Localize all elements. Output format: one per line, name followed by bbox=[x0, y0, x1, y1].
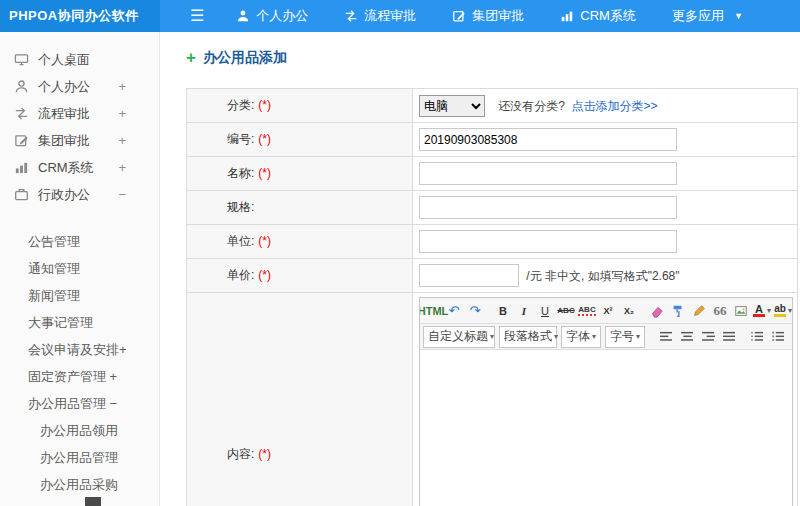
blockquote-button[interactable]: 66 bbox=[710, 301, 730, 321]
sidebar-subitem[interactable]: 办公用品管理 − bbox=[0, 390, 159, 417]
form-row-unit: 单位:(*) bbox=[187, 225, 798, 259]
nav-more-apps[interactable]: 更多应用 ▼ bbox=[672, 7, 743, 25]
image-icon[interactable] bbox=[731, 301, 751, 321]
format-brush-icon[interactable] bbox=[668, 301, 688, 321]
edit-icon bbox=[452, 9, 466, 23]
chart-icon bbox=[560, 9, 574, 23]
caret-down-icon: ▼ bbox=[734, 11, 743, 21]
unordered-list-icon[interactable] bbox=[768, 327, 788, 347]
sidebar-subitem[interactable]: 新闻管理 bbox=[0, 282, 159, 309]
main-content: + 办公用品添加 分类:(*) 电脑 还没有分类? 点击添加分类>> 编号:(*… bbox=[160, 32, 800, 506]
indent-icon[interactable] bbox=[789, 327, 792, 347]
name-input[interactable] bbox=[419, 162, 677, 185]
sidebar-subitem[interactable]: 会议申请及安排+ bbox=[0, 336, 159, 363]
sidebar-subitem[interactable]: 大事记管理 bbox=[0, 309, 159, 336]
chart-icon bbox=[14, 160, 29, 175]
italic-button[interactable]: I bbox=[514, 301, 534, 321]
desktop-icon bbox=[14, 52, 29, 67]
editor-toolbar-row1: HTML ↶ ↷ B I U ABC ABC X² X₂ bbox=[420, 298, 792, 324]
sidebar-item-personal-office[interactable]: 个人办公 + bbox=[0, 73, 159, 100]
menu-toggle-icon[interactable]: ☰ bbox=[190, 0, 204, 32]
sidebar-subitem[interactable]: 办公用品采购 bbox=[0, 471, 159, 498]
sidebar-item-group-approval[interactable]: 集团审批 + bbox=[0, 127, 159, 154]
price-label: 单价:(*) bbox=[187, 259, 413, 293]
supplies-add-form: 分类:(*) 电脑 还没有分类? 点击添加分类>> 编号:(*) 名称:(*) … bbox=[186, 88, 798, 506]
undo-button[interactable]: ↶ bbox=[444, 301, 464, 321]
source-code-button[interactable]: HTML bbox=[423, 301, 443, 321]
price-input[interactable] bbox=[419, 264, 519, 287]
required-mark: (*) bbox=[258, 98, 271, 112]
align-justify-icon[interactable] bbox=[719, 327, 739, 347]
sidebar-subitem[interactable]: 固定资产管理 + bbox=[0, 363, 159, 390]
subscript-button[interactable]: X₂ bbox=[619, 301, 639, 321]
strikethrough-button[interactable]: ABC bbox=[556, 301, 576, 321]
topbar: PHPOA协同办公软件 ☰ 个人办公 流程审批 集团审批 CRM系统 更多应用 … bbox=[0, 0, 800, 32]
sidebar-scrollbar-thumb[interactable] bbox=[85, 497, 101, 506]
expand-icon[interactable]: + bbox=[118, 79, 126, 94]
spec-input[interactable] bbox=[419, 196, 677, 219]
sidebar-subitem[interactable]: 公告管理 bbox=[0, 228, 159, 255]
unit-input[interactable] bbox=[419, 230, 677, 253]
eraser-icon[interactable] bbox=[647, 301, 667, 321]
sidebar-subitem[interactable]: 办公用品领用 bbox=[0, 417, 159, 444]
category-label: 分类:(*) bbox=[187, 89, 413, 123]
form-row-category: 分类:(*) 电脑 还没有分类? 点击添加分类>> bbox=[187, 89, 798, 123]
caret-down-icon: ▾ bbox=[592, 332, 596, 341]
superscript-button[interactable]: X² bbox=[598, 301, 618, 321]
sidebar-item-desktop[interactable]: 个人桌面 bbox=[0, 46, 159, 73]
required-mark: (*) bbox=[258, 447, 271, 461]
redo-button[interactable]: ↷ bbox=[465, 301, 485, 321]
font-size-dropdown[interactable]: 字号▾ bbox=[605, 326, 645, 348]
form-row-name: 名称:(*) bbox=[187, 157, 798, 191]
editor-toolbar-row2: 自定义标题▾ 段落格式▾ 字体▾ 字号▾ bbox=[420, 324, 792, 350]
align-left-icon[interactable] bbox=[656, 327, 676, 347]
sidebar: 个人桌面 个人办公 + 流程审批 + 集团审批 + CRM系统 + 行政办公 −… bbox=[0, 32, 160, 506]
expand-icon[interactable]: + bbox=[118, 106, 126, 121]
form-row-price: 单价:(*) /元 非中文, 如填写格式"2.68" bbox=[187, 259, 798, 293]
edit-icon bbox=[14, 133, 29, 148]
bold-button[interactable]: B bbox=[493, 301, 513, 321]
sidebar-subitem[interactable]: 办公用品管理 bbox=[0, 444, 159, 471]
paragraph-format-dropdown[interactable]: 段落格式▾ bbox=[499, 326, 557, 348]
align-right-icon[interactable] bbox=[698, 327, 718, 347]
nav-process-approval[interactable]: 流程审批 bbox=[344, 7, 416, 25]
sidebar-subitem[interactable]: 通知管理 bbox=[0, 255, 159, 282]
person-icon bbox=[236, 9, 250, 23]
code-input[interactable] bbox=[419, 128, 677, 151]
required-mark: (*) bbox=[258, 268, 271, 282]
nav-crm[interactable]: CRM系统 bbox=[560, 7, 636, 25]
supplies-submenu: 办公用品领用办公用品管理办公用品采购 bbox=[0, 417, 159, 498]
font-color-button[interactable]: A ▾ bbox=[752, 301, 772, 321]
app-logo[interactable]: PHPOA协同办公软件 bbox=[0, 0, 160, 32]
name-label: 名称:(*) bbox=[187, 157, 413, 191]
category-select[interactable]: 电脑 bbox=[419, 95, 485, 117]
expand-icon[interactable]: + bbox=[118, 133, 126, 148]
font-family-dropdown[interactable]: 字体▾ bbox=[561, 326, 601, 348]
add-category-link[interactable]: 点击添加分类>> bbox=[571, 99, 657, 113]
sidebar-item-process-approval[interactable]: 流程审批 + bbox=[0, 100, 159, 127]
caret-down-icon: ▾ bbox=[636, 332, 640, 341]
sidebar-item-admin-office[interactable]: 行政办公 − bbox=[0, 181, 159, 208]
highlight-color-button[interactable]: ab ▾ bbox=[773, 301, 792, 321]
collapse-icon[interactable]: − bbox=[118, 187, 126, 202]
spec-label: 规格: bbox=[187, 191, 413, 225]
ordered-list-icon[interactable] bbox=[747, 327, 767, 347]
heading-dropdown[interactable]: 自定义标题▾ bbox=[423, 326, 495, 348]
remove-format-button[interactable]: ABC bbox=[577, 301, 597, 321]
code-label: 编号:(*) bbox=[187, 123, 413, 157]
sidebar-item-crm[interactable]: CRM系统 + bbox=[0, 154, 159, 181]
form-row-content: 内容:(*) HTML ↶ ↷ B I U ABC ABC X² X₂ bbox=[187, 293, 798, 506]
underline-button[interactable]: U bbox=[535, 301, 555, 321]
caret-down-icon: ▾ bbox=[767, 306, 771, 315]
required-mark: (*) bbox=[258, 234, 271, 248]
expand-icon[interactable]: + bbox=[118, 160, 126, 175]
admin-submenu: 公告管理通知管理新闻管理大事记管理会议申请及安排+固定资产管理 +办公用品管理 … bbox=[0, 208, 159, 417]
align-center-icon[interactable] bbox=[677, 327, 697, 347]
content-label: 内容:(*) bbox=[187, 293, 413, 506]
editor-content-area[interactable] bbox=[420, 350, 792, 506]
nav-personal-office[interactable]: 个人办公 bbox=[236, 7, 308, 25]
pencil-icon[interactable] bbox=[689, 301, 709, 321]
top-nav: 个人办公 流程审批 集团审批 CRM系统 更多应用 ▼ bbox=[236, 7, 743, 25]
required-mark: (*) bbox=[258, 166, 271, 180]
nav-group-approval[interactable]: 集团审批 bbox=[452, 7, 524, 25]
